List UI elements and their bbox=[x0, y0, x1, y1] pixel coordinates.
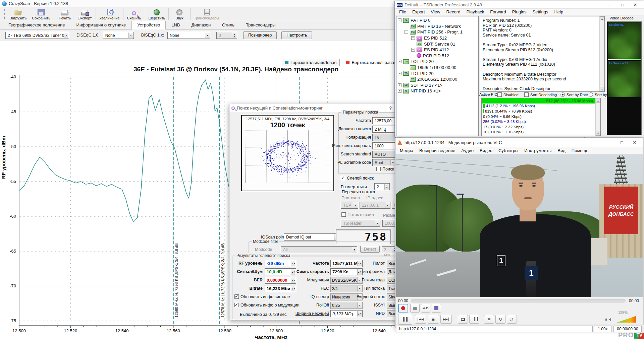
param-5-select[interactable]: Root▼ bbox=[372, 159, 396, 166]
diseqc1x-select[interactable]: None▼ bbox=[167, 32, 210, 39]
result-value2-5[interactable]: 0.25▼ bbox=[330, 302, 363, 309]
stop-button[interactable]: ■ bbox=[428, 315, 439, 324]
tree-item[interactable]: +AES PID 4112 bbox=[396, 47, 478, 53]
protocol-select[interactable]: TCP▼ bbox=[341, 202, 358, 209]
expand-plus-icon[interactable]: + bbox=[411, 48, 415, 52]
param-1-input[interactable]: 2 МГц bbox=[372, 126, 396, 133]
tab-5[interactable]: Стиль bbox=[216, 21, 240, 29]
disabled-checkbox[interactable]: Disabled bbox=[497, 92, 519, 97]
blind-scan-checkbox[interactable]: Слепой поиск bbox=[341, 176, 374, 181]
pids-scrollbar[interactable]: ▲ ▼ bbox=[595, 98, 600, 136]
snapshot-button[interactable] bbox=[410, 304, 420, 313]
diseqc10-select[interactable]: None▼ bbox=[103, 32, 134, 39]
menu-item-видео[interactable]: Видео bbox=[477, 148, 495, 153]
scroll-up-icon[interactable]: ▲ bbox=[600, 16, 604, 21]
reader-select[interactable]: TSReader▼ bbox=[341, 220, 380, 227]
param-3-input[interactable]: 1000 bbox=[372, 142, 396, 149]
frame-button[interactable] bbox=[432, 304, 441, 313]
volume-slider[interactable] bbox=[617, 316, 636, 323]
pid-row[interactable]: 8191 (0.44% ~ 70.96 Kbps) bbox=[482, 109, 600, 114]
tab-2[interactable]: Устройство bbox=[131, 21, 166, 29]
stream-url[interactable]: http://127.0.0.1:1234 bbox=[397, 326, 593, 332]
tree-item[interactable]: SDSDT: Service 01 bbox=[396, 41, 478, 47]
result-value-2[interactable]: 0,0000000▲▼ bbox=[265, 277, 296, 284]
menu-item-субтитры[interactable]: Субтитры bbox=[495, 148, 521, 153]
info-scrollbar[interactable]: ▲ ▼ bbox=[599, 16, 604, 91]
expand-minus-icon[interactable]: − bbox=[405, 30, 408, 34]
tree-item[interactable]: +SDSDT PID 17 <1> bbox=[396, 82, 478, 88]
pid-row[interactable]: 16 (0.01% ~ 1.16 Kbps) bbox=[482, 130, 600, 135]
menu-item-медиа[interactable]: Медиа bbox=[397, 148, 416, 153]
update-info-checkbox[interactable]: Обновлять инфо о модуляции bbox=[234, 303, 300, 307]
pid-row[interactable]: 512 (98.25% - 15.98 Mbps) bbox=[482, 98, 600, 104]
shuffle-button[interactable]: ⇄ bbox=[507, 315, 517, 324]
menu-item-help[interactable]: Help bbox=[551, 9, 566, 15]
tree-item[interactable]: +NINIT PID 16 <1> bbox=[396, 88, 478, 94]
menu-item-export[interactable]: Export bbox=[409, 9, 428, 15]
pid-row[interactable]: 17 (0.01% ~ 2.32 Kbps) bbox=[482, 124, 600, 130]
minimize-button[interactable]: – bbox=[603, 1, 616, 9]
playback-rate[interactable]: 1.00x bbox=[594, 326, 611, 332]
settings-button[interactable] bbox=[469, 315, 479, 324]
tree-item[interactable]: −PMPMT PID 256 - Progr. 1 bbox=[396, 29, 478, 35]
positioner-button[interactable]: Позиционер bbox=[243, 31, 277, 39]
expand-minus-icon[interactable]: − bbox=[398, 18, 401, 22]
speaker-icon[interactable] bbox=[609, 318, 611, 321]
menu-item-view[interactable]: View bbox=[428, 9, 443, 15]
menu-item-record[interactable]: Record bbox=[443, 9, 463, 15]
tuner-select[interactable]: 2 - TBS 6908 DVBS/S2 Tuner 0▼ bbox=[5, 32, 69, 39]
expand-plus-icon[interactable]: + bbox=[398, 89, 401, 93]
sort-descending-checkbox[interactable]: Sort Decending bbox=[524, 92, 557, 97]
menu-item-file[interactable]: File bbox=[396, 9, 409, 15]
legend-item-vertical[interactable]: Вертикальная/Правая bbox=[343, 59, 399, 66]
tree-item[interactable]: −TDTDT PID 20 bbox=[396, 70, 478, 76]
configure-button[interactable]: Настроить bbox=[281, 31, 312, 39]
menu-item-аудио[interactable]: Аудио bbox=[458, 148, 477, 153]
param-0-input[interactable]: 12578,00 bbox=[372, 117, 396, 124]
update-info-checkbox[interactable]: Обновлять инфо сигнале bbox=[234, 294, 290, 299]
seek-bar[interactable] bbox=[411, 299, 626, 302]
result-value2-0[interactable]: 12577,511 МГ▲▼ bbox=[330, 260, 363, 267]
menu-item-вид[interactable]: Вид bbox=[554, 148, 569, 153]
next-button[interactable]: ▶▶ bbox=[440, 315, 452, 324]
toolbar-button-export-printer[interactable]: Экспорт bbox=[75, 7, 95, 21]
expand-minus-icon[interactable]: − bbox=[398, 60, 401, 63]
pid-row[interactable]: 0 (0.04% ~ 6.96 Kbps) bbox=[482, 114, 600, 119]
tab-0[interactable]: Географическое положение bbox=[3, 21, 71, 29]
result-value-0[interactable]: -39 dBm▲▼ bbox=[265, 260, 296, 267]
tab-4[interactable]: Диапазон bbox=[185, 21, 216, 29]
fullscreen-button[interactable] bbox=[458, 315, 468, 324]
playlist-button[interactable]: ≡ bbox=[484, 315, 494, 324]
stream-to-file-checkbox[interactable]: Поток в файл bbox=[341, 212, 374, 217]
tree-item[interactable]: −TDTOT PID 20 bbox=[396, 59, 478, 65]
close-button[interactable]: ✕ bbox=[629, 1, 642, 9]
sort-by-rate-radio[interactable]: Sort by Rate bbox=[560, 92, 588, 97]
tree-item[interactable]: PMPMT PID 16 - Network bbox=[396, 23, 478, 29]
loop-ab-button[interactable]: A·B bbox=[421, 304, 430, 313]
menu-item-settings[interactable]: Settings bbox=[529, 9, 551, 15]
toolbar-button-zoom-document[interactable]: Увеличение bbox=[97, 7, 122, 21]
menu-item-помощь[interactable]: Помощь bbox=[569, 148, 591, 153]
menu-item-forward[interactable]: Forward bbox=[487, 9, 509, 15]
detect-button[interactable]: Detect bbox=[360, 246, 380, 253]
result-value-1[interactable]: 10,0 dB▲▼ bbox=[265, 268, 296, 275]
menu-item-воспроизведение[interactable]: Воспроизведение bbox=[416, 148, 458, 153]
ip-select[interactable]: 127.0.0.1▼ bbox=[360, 202, 390, 209]
toolbar-button-printer[interactable]: Печать bbox=[55, 7, 75, 21]
scroll-up-icon[interactable]: ▲ bbox=[596, 98, 600, 103]
tab-1[interactable]: Информация о спутнике bbox=[71, 21, 132, 29]
menu-item-playback[interactable]: Playback bbox=[463, 9, 487, 15]
scroll-down-icon[interactable]: ▼ bbox=[596, 131, 600, 136]
pid-row[interactable]: 256 (0.02% ~ 3.48 Kbps) bbox=[482, 119, 600, 124]
tree-item[interactable]: TD1859/-1/19 00:00:00 bbox=[396, 65, 478, 71]
result-value2-6[interactable]: 9,123 МГц▲▼ bbox=[330, 310, 363, 317]
tree-item[interactable]: TD2001/05/21 12:00:00 bbox=[396, 76, 478, 82]
expand-plus-icon[interactable]: + bbox=[411, 36, 415, 40]
tab-6[interactable]: Транспондеры bbox=[240, 21, 281, 29]
previous-button[interactable]: ◀◀ bbox=[415, 315, 426, 324]
toolbar-button-sound-disc[interactable]: Звук bbox=[169, 7, 190, 21]
maximize-button[interactable]: □ bbox=[616, 1, 629, 9]
expand-plus-icon[interactable]: + bbox=[398, 83, 401, 87]
search-checkbox[interactable]: Поиск bbox=[376, 167, 394, 172]
tree-item[interactable]: −PAPAT PID 0 bbox=[396, 17, 478, 23]
